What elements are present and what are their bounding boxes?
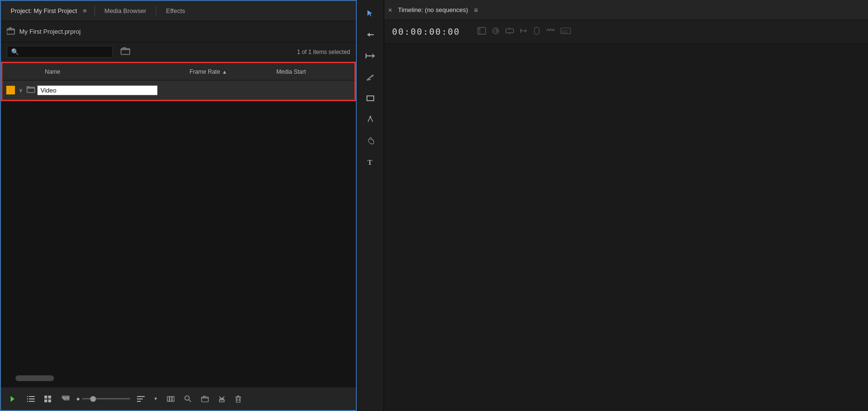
zoom-slider[interactable] bbox=[82, 398, 130, 399]
svg-rect-4 bbox=[29, 398, 35, 399]
ripple-edit-tool-button[interactable] bbox=[361, 46, 380, 66]
search-input-container[interactable]: 🔍 bbox=[7, 46, 113, 58]
svg-rect-5 bbox=[29, 401, 35, 402]
timeline-close-button[interactable]: × bbox=[388, 6, 392, 14]
svg-line-23 bbox=[189, 400, 191, 402]
pen-tool-button[interactable] bbox=[361, 110, 380, 129]
svg-rect-18 bbox=[137, 401, 141, 402]
timeline-panel: × Timeline: (no sequences) ≡ 00:00:00:00 bbox=[384, 0, 868, 411]
svg-text:T: T bbox=[367, 159, 372, 166]
project-panel: Project: My First Project ≡ Media Browse… bbox=[0, 0, 357, 411]
tab-project-label: Project: My First Project bbox=[11, 7, 77, 14]
clear-button[interactable] bbox=[216, 394, 228, 404]
hand-tool-button[interactable] bbox=[361, 131, 380, 150]
tab-effects[interactable]: Effects bbox=[158, 1, 193, 21]
find-button[interactable] bbox=[181, 393, 194, 404]
svg-rect-25 bbox=[219, 400, 224, 402]
new-bin-button[interactable] bbox=[198, 394, 212, 404]
timeline-tool-1[interactable] bbox=[477, 27, 486, 37]
search-icon: 🔍 bbox=[11, 48, 19, 55]
folder-search-icon[interactable] bbox=[121, 47, 130, 57]
content-area: Name Frame Rate ▲ Media Start ∨ bbox=[1, 62, 356, 387]
svg-rect-10 bbox=[48, 396, 51, 398]
timeline-tool-2[interactable] bbox=[492, 27, 500, 37]
svg-rect-8 bbox=[27, 401, 28, 402]
svg-rect-32 bbox=[367, 96, 374, 101]
svg-rect-19 bbox=[167, 397, 169, 401]
svg-rect-17 bbox=[137, 398, 143, 399]
timeline-tool-5[interactable] bbox=[533, 27, 540, 37]
automate-button[interactable] bbox=[164, 393, 177, 405]
selection-tool-button[interactable] bbox=[361, 4, 380, 23]
search-bar: 🔍 1 of 1 items selected bbox=[1, 42, 356, 62]
svg-rect-35 bbox=[478, 27, 486, 34]
col-header-media-start[interactable]: Media Start bbox=[276, 68, 351, 75]
svg-rect-38 bbox=[506, 29, 514, 33]
svg-rect-9 bbox=[44, 396, 47, 398]
zoom-circle-icon: ● bbox=[76, 395, 80, 402]
svg-rect-12 bbox=[48, 399, 51, 402]
razor-tool-button[interactable] bbox=[361, 67, 380, 87]
timeline-toolbar: 00:00:00:00 bbox=[384, 20, 868, 43]
stacked-view-button[interactable] bbox=[59, 394, 72, 404]
list-view-button[interactable] bbox=[24, 394, 38, 404]
timeline-menu-icon[interactable]: ≡ bbox=[474, 6, 478, 14]
horizontal-scrollbar[interactable] bbox=[15, 375, 54, 381]
project-filename: My First Project.prproj bbox=[19, 28, 81, 35]
timeline-tool-3[interactable] bbox=[505, 27, 514, 37]
svg-text:CC: CC bbox=[562, 29, 568, 34]
items-selected-label: 1 of 1 items selected bbox=[297, 49, 350, 55]
column-headers: Name Frame Rate ▲ Media Start bbox=[2, 63, 354, 80]
svg-rect-6 bbox=[27, 396, 28, 397]
tab-media-browser[interactable]: Media Browser bbox=[97, 1, 154, 21]
rectangle-tool-button[interactable] bbox=[361, 89, 380, 108]
timeline-empty-area bbox=[384, 43, 868, 411]
svg-rect-7 bbox=[27, 398, 28, 399]
icon-view-button[interactable] bbox=[41, 394, 55, 404]
item-folder-icon bbox=[27, 86, 35, 94]
list-view-highlighted: Name Frame Rate ▲ Media Start ∨ bbox=[1, 62, 356, 101]
item-name-input[interactable] bbox=[37, 85, 158, 95]
search-input[interactable] bbox=[22, 48, 108, 55]
svg-rect-26 bbox=[236, 397, 240, 402]
svg-point-33 bbox=[370, 116, 371, 118]
new-item-button[interactable] bbox=[7, 393, 20, 405]
timeline-title: Timeline: (no sequences) bbox=[398, 6, 468, 13]
svg-rect-11 bbox=[44, 399, 47, 402]
text-tool-button[interactable]: T bbox=[361, 152, 380, 172]
sort-button[interactable] bbox=[134, 394, 148, 404]
timecode-display: 00:00:00:00 bbox=[392, 27, 460, 37]
tab-project[interactable]: Project: My First Project ≡ bbox=[5, 1, 93, 21]
timeline-tool-4[interactable] bbox=[520, 27, 528, 37]
col-header-frame-rate[interactable]: Frame Rate ▲ bbox=[190, 68, 276, 75]
tab-project-menu-icon[interactable]: ≡ bbox=[83, 7, 87, 14]
table-row[interactable]: ∨ bbox=[2, 80, 354, 100]
chevron-down-icon: ▾ bbox=[154, 396, 157, 402]
item-color-swatch bbox=[6, 86, 15, 94]
svg-rect-21 bbox=[172, 397, 174, 401]
svg-rect-16 bbox=[137, 396, 145, 397]
tab-divider-2 bbox=[156, 6, 156, 16]
project-header: My First Project.prproj bbox=[1, 21, 356, 42]
tab-divider-1 bbox=[95, 6, 95, 16]
track-select-tool-button[interactable] bbox=[361, 25, 380, 44]
timeline-tools: CC bbox=[477, 27, 571, 37]
folder-up-icon[interactable] bbox=[7, 27, 15, 37]
timeline-tool-6[interactable] bbox=[546, 27, 555, 37]
zoom-control: ● bbox=[76, 395, 130, 402]
svg-point-22 bbox=[185, 396, 189, 400]
timeline-tab-bar: × Timeline: (no sequences) ≡ bbox=[384, 0, 868, 20]
scroll-area bbox=[1, 101, 356, 387]
tool-panel: T bbox=[357, 0, 384, 411]
timeline-tool-cc[interactable]: CC bbox=[560, 27, 571, 37]
sort-arrow-icon: ▲ bbox=[222, 69, 227, 75]
bottom-toolbar: ● ▾ bbox=[1, 387, 356, 410]
svg-rect-20 bbox=[170, 397, 172, 401]
col-header-name[interactable]: Name bbox=[6, 68, 190, 75]
left-tab-bar: Project: My First Project ≡ Media Browse… bbox=[1, 1, 356, 21]
item-chevron-icon[interactable]: ∨ bbox=[17, 87, 25, 93]
svg-rect-3 bbox=[29, 396, 35, 397]
delete-button[interactable] bbox=[232, 393, 244, 405]
sort-chevron-button[interactable]: ▾ bbox=[151, 394, 160, 404]
